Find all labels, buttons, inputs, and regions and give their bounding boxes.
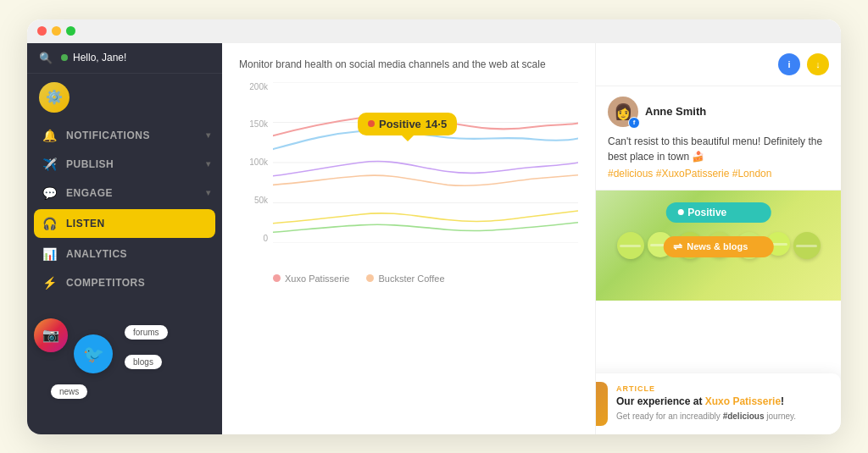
post-card: 👩 f Anne Smith Can't resist to this beau… xyxy=(596,86,841,191)
main-layout: 🔍 Hello, Jane! ⚙️ 🔔 NOTIFICATIONS ▾ ✈️ xyxy=(27,43,841,434)
nav-analytics[interactable]: 📊 ANALYTICS xyxy=(27,240,222,268)
nav-competitors-label: COMPETITORS xyxy=(66,277,145,289)
y-axis: 200k 150k 100k 50k 0 xyxy=(239,82,273,243)
y-label-150k: 150k xyxy=(249,119,268,129)
blogs-label: blogs xyxy=(125,355,162,369)
twitter-icon: 🐦 xyxy=(83,344,104,364)
legend-xuxo: Xuxo Patisserie xyxy=(273,273,349,284)
user-greeting: Hello, Jane! xyxy=(61,52,126,64)
positive-dot xyxy=(677,209,683,215)
nav-publish-label: PUBLISH xyxy=(66,158,114,170)
news-blogs-badge[interactable]: ⇌ News & blogs xyxy=(663,236,774,257)
positive-badge[interactable]: Positive xyxy=(665,202,771,223)
app-logo: ⚙️ xyxy=(39,82,70,113)
right-panel: i ↓ 👩 f Anne Smith Can't resist to this … xyxy=(595,43,841,434)
article-desc-highlight: #delicious xyxy=(723,412,765,421)
info-button[interactable]: i xyxy=(778,53,800,75)
tooltip-value: 14·5 xyxy=(426,118,447,130)
image-section: Positive ⇌ News & blogs 🎂 ARTICLE Our e xyxy=(596,191,841,434)
nav-engage-label: ENGAGE xyxy=(66,187,113,199)
macaron-7 xyxy=(793,232,821,259)
article-content: ARTICLE Our experience at Xuxo Patisseri… xyxy=(616,384,831,423)
nav-publish[interactable]: ✈️ PUBLISH ▾ xyxy=(27,150,222,179)
article-title-highlight: Xuxo Patisserie xyxy=(705,395,781,407)
chart-legend: Xuxo Patisserie Buckster Coffee xyxy=(239,268,578,284)
sidebar-header: 🔍 Hello, Jane! xyxy=(27,43,222,74)
sidebar: 🔍 Hello, Jane! ⚙️ 🔔 NOTIFICATIONS ▾ ✈️ xyxy=(27,43,222,434)
nav-engage[interactable]: 💬 ENGAGE ▾ xyxy=(27,179,222,207)
engage-icon: 💬 xyxy=(42,186,58,200)
forums-label: forums xyxy=(125,325,168,340)
positive-label: Positive xyxy=(687,207,726,218)
close-dot[interactable] xyxy=(37,26,47,36)
maximize-dot[interactable] xyxy=(66,26,75,36)
news-label: news xyxy=(51,384,87,399)
greeting-text: Hello, Jane! xyxy=(73,52,126,64)
article-thumb-emoji: 🎂 xyxy=(596,393,598,415)
publish-icon: ✈️ xyxy=(42,157,58,171)
title-bar xyxy=(27,19,841,43)
content-area: Monitor brand health on social media cha… xyxy=(222,43,595,434)
chart-section: Monitor brand health on social media cha… xyxy=(222,43,595,434)
y-label-100k: 100k xyxy=(249,157,268,167)
logo-icon: ⚙️ xyxy=(46,89,63,105)
instagram-icon: 📷 xyxy=(42,327,59,343)
post-user: 👩 f Anne Smith xyxy=(608,97,829,127)
download-button[interactable]: ↓ xyxy=(807,53,829,75)
chart-container: 200k 150k 100k 50k 0 xyxy=(239,82,578,268)
listen-icon: 🎧 xyxy=(42,217,58,230)
post-text: Can't resist to this beautiful menu! Def… xyxy=(608,134,829,164)
y-label-200k: 200k xyxy=(249,82,268,91)
article-title-start: Our experience at xyxy=(616,395,705,407)
competitors-icon: ⚡ xyxy=(42,276,58,290)
nav-notifications-label: NOTIFICATIONS xyxy=(66,130,150,141)
tooltip-label: Positive xyxy=(379,118,421,130)
legend-label-xuxo: Xuxo Patisserie xyxy=(285,273,349,284)
article-card: 🎂 ARTICLE Our experience at Xuxo Patisse… xyxy=(596,373,841,434)
nav-analytics-label: ANALYTICS xyxy=(66,248,127,260)
article-desc-start: Get ready for an increadibly xyxy=(616,412,723,421)
news-blogs-label: News & blogs xyxy=(687,241,748,251)
avatar-wrap: 👩 f xyxy=(608,97,638,127)
minimize-dot[interactable] xyxy=(52,26,61,36)
article-tag: ARTICLE xyxy=(616,384,831,393)
y-label-0: 0 xyxy=(263,234,268,243)
notifications-icon: 🔔 xyxy=(42,129,58,142)
nav-arrow: ▾ xyxy=(206,130,211,140)
sidebar-logo: ⚙️ xyxy=(27,74,222,121)
legend-dot-xuxo xyxy=(273,274,281,282)
nav-notifications[interactable]: 🔔 NOTIFICATIONS ▾ xyxy=(27,121,222,150)
legend-buckster: Buckster Coffee xyxy=(366,273,444,284)
legend-dot-buckster xyxy=(366,274,374,282)
twitter-bubble[interactable]: 🐦 xyxy=(74,334,113,373)
nav-arrow-engage: ▾ xyxy=(206,188,211,197)
chart-svg xyxy=(273,82,578,243)
instagram-bubble[interactable]: 📷 xyxy=(34,318,68,352)
article-title: Our experience at Xuxo Patisserie! xyxy=(616,395,831,409)
chart-title: Monitor brand health on social media cha… xyxy=(239,58,578,70)
positive-tooltip: Positive 14·5 xyxy=(358,113,457,135)
panel-icons: i ↓ xyxy=(778,53,829,75)
online-indicator xyxy=(61,54,68,61)
news-blogs-icon: ⇌ xyxy=(673,240,682,253)
tooltip-arrow xyxy=(402,135,414,141)
search-icon[interactable]: 🔍 xyxy=(39,52,53,64)
nav-arrow-publish: ▾ xyxy=(206,159,211,168)
panel-header: i ↓ xyxy=(596,43,841,86)
facebook-badge: f xyxy=(628,117,640,129)
tooltip-dot xyxy=(368,120,375,127)
macaron-1 xyxy=(617,232,644,259)
app-window: 🔍 Hello, Jane! ⚙️ 🔔 NOTIFICATIONS ▾ ✈️ xyxy=(27,19,841,434)
post-username: Anne Smith xyxy=(645,105,706,118)
legend-label-buckster: Buckster Coffee xyxy=(378,273,444,284)
article-title-end: ! xyxy=(781,395,784,407)
article-desc-end: journey. xyxy=(765,412,797,421)
nav-listen-label: LISTEN xyxy=(66,218,105,229)
y-label-50k: 50k xyxy=(254,196,268,205)
article-desc: Get ready for an increadibly #delicious … xyxy=(616,411,831,423)
social-bubbles: 🐦 📷 forums blogs news xyxy=(27,289,222,399)
post-hashtags: #delicious #XuxoPatisserie #London xyxy=(608,168,829,180)
nav-listen[interactable]: 🎧 LISTEN xyxy=(34,209,215,238)
article-thumbnail: 🎂 xyxy=(596,382,608,426)
analytics-icon: 📊 xyxy=(42,247,58,261)
